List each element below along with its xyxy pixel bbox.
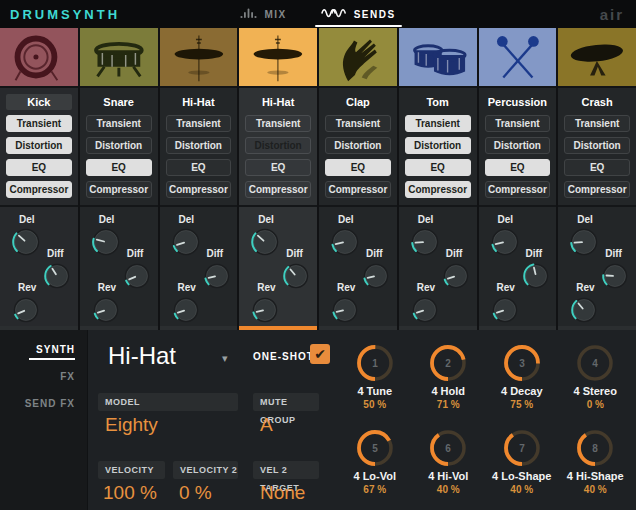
eq-button[interactable]: EQ	[405, 159, 471, 176]
one-shot-checkbox[interactable]: ✔	[310, 344, 330, 364]
rev-knob[interactable]	[12, 296, 40, 328]
compressor-button[interactable]: Compressor	[405, 181, 471, 198]
diff-knob[interactable]	[282, 262, 310, 294]
del-knob-label: Del	[99, 214, 115, 225]
pad-crash[interactable]	[558, 28, 636, 88]
del-knob[interactable]	[330, 227, 360, 261]
del-knob[interactable]	[410, 227, 440, 261]
rev-knob[interactable]	[331, 296, 359, 328]
velocity-value[interactable]: 100 %	[103, 482, 157, 504]
distortion-button[interactable]: Distortion	[405, 137, 471, 154]
compressor-button[interactable]: Compressor	[325, 181, 391, 198]
eq-button[interactable]: EQ	[485, 159, 551, 176]
distortion-button[interactable]: Distortion	[485, 137, 551, 154]
transient-button[interactable]: Transient	[86, 115, 152, 132]
fx-button-stack: TransientDistortionEQCompressor	[239, 115, 317, 198]
macro-knob-5[interactable]: 54 Lo-Vol67 %	[338, 421, 412, 506]
distortion-button[interactable]: Distortion	[325, 137, 391, 154]
macro-knob-label: 4 Stereo	[574, 385, 617, 397]
transient-button[interactable]: Transient	[564, 115, 630, 132]
velocity-field-label: VELOCITY	[98, 461, 165, 479]
distortion-button[interactable]: Distortion	[6, 137, 72, 154]
sidebar-item-send-fx[interactable]: SEND FX	[0, 398, 87, 409]
del-knob[interactable]	[91, 227, 121, 261]
macro-knob-3[interactable]: 34 Decay75 %	[485, 336, 559, 421]
send-knobs: Del Diff Rev	[558, 205, 636, 326]
tab-mix[interactable]: MIX	[236, 0, 290, 28]
macro-knob-7[interactable]: 74 Lo-Shape40 %	[485, 421, 559, 506]
diff-knob[interactable]	[203, 262, 231, 294]
fx-button-stack: TransientDistortionEQCompressor	[399, 115, 477, 198]
pad-percussion[interactable]	[479, 28, 557, 88]
pad-tom[interactable]	[399, 28, 477, 88]
pad-hi-hat[interactable]	[239, 28, 317, 88]
del-knob-label: Del	[338, 214, 354, 225]
macro-knob-1[interactable]: 14 Tune50 %	[338, 336, 412, 421]
rev-knob[interactable]	[491, 296, 519, 328]
chevron-down-icon[interactable]: ▾	[222, 352, 228, 365]
pad-snare[interactable]	[80, 28, 158, 88]
compressor-button[interactable]: Compressor	[86, 181, 152, 198]
macro-knob-ring: 8	[574, 427, 616, 469]
compressor-button[interactable]: Compressor	[485, 181, 551, 198]
transient-button[interactable]: Transient	[405, 115, 471, 132]
macro-knob-4[interactable]: 44 Stereo0 %	[559, 336, 633, 421]
compressor-button[interactable]: Compressor	[564, 181, 630, 198]
diff-knob[interactable]	[442, 262, 470, 294]
transient-button[interactable]: Transient	[325, 115, 391, 132]
pad-name-select[interactable]: Hi-Hat	[108, 342, 176, 370]
distortion-button[interactable]: Distortion	[245, 137, 311, 154]
transient-button[interactable]: Transient	[485, 115, 551, 132]
eq-button[interactable]: EQ	[564, 159, 630, 176]
mute-group-value[interactable]: A	[260, 414, 273, 436]
velocity2-value[interactable]: 0 %	[179, 482, 212, 504]
pad-kick[interactable]	[0, 28, 78, 88]
distortion-button[interactable]: Distortion	[86, 137, 152, 154]
diff-knob[interactable]	[123, 262, 151, 294]
model-value[interactable]: Eighty	[105, 414, 158, 436]
pad-clap[interactable]	[319, 28, 397, 88]
sidebar-item-synth[interactable]: SYNTH	[0, 344, 87, 355]
compressor-button[interactable]: Compressor	[6, 181, 72, 198]
vel2-target-value[interactable]: None	[260, 482, 305, 504]
transient-button[interactable]: Transient	[245, 115, 311, 132]
pad-hi-hat[interactable]	[160, 28, 238, 88]
tab-sends[interactable]: SENDS	[317, 0, 400, 28]
del-knob[interactable]	[11, 227, 41, 261]
diff-knob[interactable]	[43, 262, 71, 294]
del-knob[interactable]	[171, 227, 201, 261]
eq-button[interactable]: EQ	[6, 159, 72, 176]
rev-knob[interactable]	[570, 296, 598, 328]
macro-knob-2[interactable]: 24 Hold71 %	[412, 336, 486, 421]
channel-name: Hi-Hat	[245, 94, 311, 110]
mallets-icon	[479, 28, 557, 86]
diff-knob[interactable]	[522, 262, 550, 294]
eq-button[interactable]: EQ	[166, 159, 232, 176]
sidebar-item-fx[interactable]: FX	[0, 371, 87, 382]
diff-knob[interactable]	[362, 262, 390, 294]
send-knobs: Del Diff Rev	[319, 205, 397, 326]
rev-knob[interactable]	[172, 296, 200, 328]
transient-button[interactable]: Transient	[6, 115, 72, 132]
diff-knob[interactable]	[601, 262, 629, 294]
diff-knob-label: Diff	[366, 248, 383, 259]
channel-strip-percussion-7: Percussion TransientDistortionEQCompress…	[479, 28, 559, 330]
distortion-button[interactable]: Distortion	[564, 137, 630, 154]
transient-button[interactable]: Transient	[166, 115, 232, 132]
eq-button[interactable]: EQ	[245, 159, 311, 176]
eq-button[interactable]: EQ	[86, 159, 152, 176]
macro-knob-6[interactable]: 64 Hi-Vol40 %	[412, 421, 486, 506]
editor-main: Hi-Hat ▾ ONE-SHOT ✔ MODEL Eighty MUTE GR…	[88, 330, 636, 510]
del-knob[interactable]	[569, 227, 599, 261]
eq-button[interactable]: EQ	[325, 159, 391, 176]
macro-knob-8[interactable]: 84 Hi-Shape40 %	[559, 421, 633, 506]
del-knob-label: Del	[19, 214, 35, 225]
compressor-button[interactable]: Compressor	[245, 181, 311, 198]
del-knob[interactable]	[490, 227, 520, 261]
rev-knob[interactable]	[251, 296, 279, 328]
rev-knob[interactable]	[411, 296, 439, 328]
distortion-button[interactable]: Distortion	[166, 137, 232, 154]
compressor-button[interactable]: Compressor	[166, 181, 232, 198]
rev-knob[interactable]	[92, 296, 120, 328]
del-knob[interactable]	[250, 227, 280, 261]
